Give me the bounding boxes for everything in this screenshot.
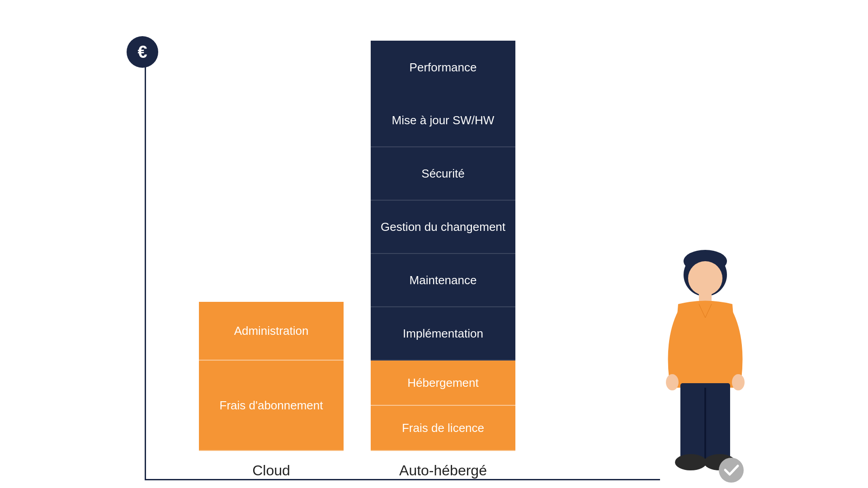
chart-area: € Frais d'abonnement Administration Clou… [118,41,750,488]
chart-container: € Frais d'abonnement Administration Clou… [118,41,750,447]
bar-label-auto-heberge: Auto-hébergé [399,462,487,479]
segment-frais-abonnement: Frais d'abonnement [199,361,344,451]
segment-hebergement: Hébergement [371,361,515,406]
segment-gestion-changement: Gestion du changement [371,201,515,254]
svg-point-4 [666,374,679,390]
bars-wrapper: Frais d'abonnement Administration Cloud … [154,41,515,488]
bar-cloud: Frais d'abonnement Administration [199,302,344,451]
segment-securite: Sécurité [371,147,515,201]
svg-point-8 [675,454,707,470]
check-badge [719,458,744,483]
bar-auto-heberge: Frais de licence Hébergement Implémentat… [371,41,515,451]
segment-frais-licence: Frais de licence [371,406,515,451]
x-axis [145,479,660,480]
bar-group-auto-heberge: Frais de licence Hébergement Implémentat… [371,41,515,479]
segment-implementation: Implémentation [371,307,515,361]
euro-icon: € [127,36,158,68]
segment-administration: Administration [199,302,344,361]
bar-label-cloud: Cloud [252,462,290,479]
person-figure [665,248,746,483]
segment-maintenance: Maintenance [371,254,515,307]
bar-group-cloud: Frais d'abonnement Administration Cloud [199,302,344,479]
svg-point-10 [719,458,744,483]
segment-performance: Performance [371,41,515,94]
segment-mise-a-jour: Mise à jour SW/HW [371,94,515,147]
y-axis [145,41,146,480]
svg-point-2 [688,261,722,296]
svg-point-5 [732,374,745,390]
